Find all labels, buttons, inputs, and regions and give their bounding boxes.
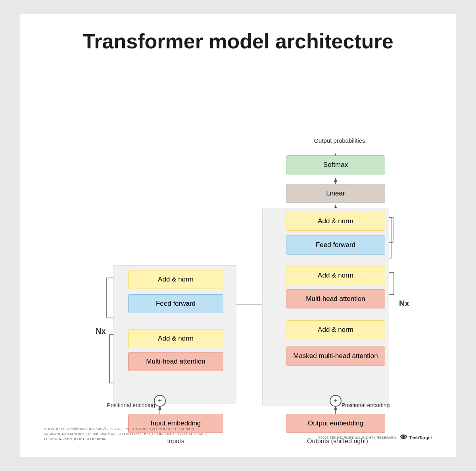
footer-right: ©2023 TECHTARGET. ALL RIGHTS RESERVED. 👁… [318, 433, 432, 442]
encoder-feed-forward: Feed forward [128, 294, 223, 313]
encoder-nx-label: Nx [96, 327, 106, 336]
encoder-plus-circle: + [154, 395, 166, 407]
linear-box: Linear [286, 184, 385, 203]
decoder-add-norm-mid: Add & norm [286, 266, 385, 285]
techtarget-logo: 👁 TechTarget [400, 433, 432, 442]
decoder-masked-multi-head: Masked multi-head attention [286, 347, 385, 366]
decoder-feed-forward: Feed forward [286, 236, 385, 255]
encoder-multi-head: Multi-head attention [128, 352, 223, 371]
footer-source: SOURCE: HTTPS://ARXIV.ORG/ABS/1706.03762… [44, 427, 211, 442]
decoder-pos-encoding-label: Positional encoding [342, 402, 413, 408]
page-title: Transformer model architecture [40, 29, 436, 53]
decoder-add-norm-top: Add & norm [286, 212, 385, 231]
encoder-pos-encoding-label: Positional encoding [96, 402, 155, 408]
decoder-multi-head: Multi-head attention [286, 289, 385, 308]
encoder-add-norm-1: Add & norm [128, 270, 223, 289]
decoder-add-norm-bot: Add & norm [286, 320, 385, 339]
decoder-plus-circle: + [330, 395, 342, 407]
output-probs-label: Output probabilities [300, 137, 379, 144]
encoder-add-norm-2: Add & norm [128, 329, 223, 348]
softmax-box: Softmax [286, 155, 385, 174]
diagram-area: Add & norm Feed forward Add & norm Multi… [40, 69, 436, 446]
eye-icon: 👁 [400, 433, 407, 442]
decoder-nx-label: Nx [399, 299, 409, 308]
page-container: Transformer model architecture [20, 13, 456, 458]
footer: SOURCE: HTTPS://ARXIV.ORG/ABS/1706.03762… [40, 427, 436, 442]
